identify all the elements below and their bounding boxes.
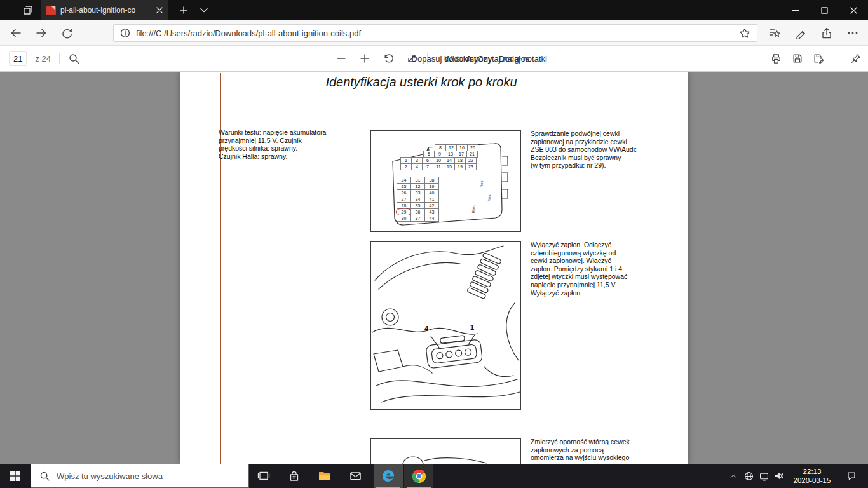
save-as-button[interactable] <box>813 53 824 64</box>
fuse-4: 4 <box>411 163 423 170</box>
fuse-37: 37 <box>410 215 425 222</box>
fuse-grid-bottom: 2431382532392633402734412835422936433037… <box>397 177 439 222</box>
taskbar-edge-button[interactable] <box>374 464 403 488</box>
pin-icon <box>850 53 862 64</box>
printer-icon <box>770 53 782 65</box>
fuse-row: 24711151923 <box>400 163 478 170</box>
save-button[interactable] <box>792 53 803 64</box>
new-tab-button[interactable] <box>173 0 194 20</box>
taskbar-chrome-button[interactable] <box>404 464 433 488</box>
forward-button[interactable] <box>29 20 53 46</box>
arrow-right-icon <box>35 27 48 39</box>
windows-logo-icon <box>10 471 20 481</box>
connector-pin-1-label: 1 <box>470 323 474 331</box>
tab-title: pl-all-about-ignition-co <box>60 6 152 15</box>
pdf-page: Identyfikacja usterki krok po kroku Waru… <box>180 72 688 464</box>
plus-icon <box>359 53 370 64</box>
connector-pin-4-label: 4 <box>424 325 428 332</box>
zoom-out-button[interactable] <box>333 50 349 67</box>
touch-device-icon <box>759 471 770 482</box>
test-conditions-note: Warunki testu: napięcie akumulatora przy… <box>219 128 339 160</box>
add-notes-toolbar-button[interactable]: Dodaj notatki <box>513 50 529 67</box>
figure-partial <box>370 438 521 464</box>
tab-preview-toggle[interactable] <box>194 0 214 20</box>
search-icon <box>39 471 50 482</box>
maximize-icon <box>821 7 828 14</box>
hub-button[interactable] <box>761 20 787 46</box>
maximize-button[interactable] <box>810 0 839 20</box>
hidden-icons-button[interactable] <box>726 464 741 488</box>
clock-date: 2020-03-15 <box>794 476 831 485</box>
print-button[interactable] <box>770 53 782 65</box>
divider <box>59 53 60 64</box>
site-info-icon[interactable] <box>120 28 130 38</box>
touch-device-tray-button[interactable] <box>756 464 771 488</box>
minimize-button[interactable] <box>780 0 810 20</box>
read-aloud-icon: A <box>466 53 473 64</box>
fuse-30: 30 <box>397 215 411 222</box>
hub-favorites-icon <box>768 27 781 39</box>
fuse-44: 44 <box>424 215 439 222</box>
address-bar[interactable]: file:///C:/Users/radzio/Downloads/pl-all… <box>113 24 757 42</box>
partial-drawing <box>371 439 521 464</box>
taskbar-search[interactable] <box>31 464 249 488</box>
save-as-icon <box>813 53 824 64</box>
rotate-button[interactable] <box>380 50 397 67</box>
pdf-toolbar: 21 z 24 Dopasuj do strony Widok strony <box>0 46 868 72</box>
pin-toolbar-button[interactable] <box>850 53 862 64</box>
page-title: Identyfikacja usterki krok po kroku <box>275 75 567 90</box>
pen-icon <box>794 27 807 39</box>
title-underline <box>207 93 684 93</box>
action-center-icon <box>846 470 857 482</box>
taskbar-explorer-button[interactable] <box>310 464 339 488</box>
mail-icon <box>349 470 362 482</box>
action-center-button[interactable] <box>839 464 864 488</box>
close-window-button[interactable] <box>839 0 868 20</box>
add-notes-button[interactable] <box>787 20 813 46</box>
task-view-icon <box>257 470 270 482</box>
taskbar-store-button[interactable] <box>280 464 309 488</box>
task-view-button[interactable] <box>249 464 278 488</box>
browser-navbar: file:///C:/Users/radzio/Downloads/pl-all… <box>0 20 868 46</box>
clock-time: 22:13 <box>803 467 822 476</box>
fuse-7: 7 <box>422 163 433 170</box>
arrow-left-icon <box>10 27 22 39</box>
speaker-icon <box>773 470 785 482</box>
fuse-row: 303744 <box>397 215 439 222</box>
favorite-star-icon[interactable] <box>739 27 750 39</box>
search-input[interactable] <box>57 471 240 481</box>
close-icon <box>850 7 857 14</box>
pdf-file-icon <box>46 6 56 15</box>
taskbar-mail-button[interactable] <box>341 464 370 488</box>
share-icon <box>820 27 833 39</box>
chevron-up-icon <box>729 471 738 480</box>
fuse-11: 11 <box>433 163 444 170</box>
browser-tab[interactable]: pl-all-about-ignition-co <box>41 0 168 20</box>
start-button[interactable] <box>0 464 31 488</box>
step-note-1: Sprawdzanie podwójnej cewki zapłonowej n… <box>531 130 675 170</box>
taskbar-clock[interactable]: 22:13 2020-03-15 <box>788 464 836 488</box>
save-icon <box>792 53 803 64</box>
share-button[interactable] <box>813 20 839 46</box>
network-tray-button[interactable] <box>741 464 756 488</box>
fuse-15: 15 <box>444 163 455 170</box>
minus-icon <box>336 53 347 64</box>
tab-close-button[interactable] <box>156 7 163 13</box>
zoom-in-button[interactable] <box>356 50 373 67</box>
window-controls <box>780 0 868 20</box>
pdf-view-controls: Dopasuj do strony Widok strony A Czytaj … <box>333 46 529 71</box>
back-button[interactable] <box>4 20 28 46</box>
page-number-input[interactable]: 21 <box>9 51 27 66</box>
pdf-search-button[interactable] <box>68 53 80 65</box>
volume-tray-button[interactable] <box>771 464 787 488</box>
figure-engine-connector: 4 1 <box>370 241 521 410</box>
set-tabs-aside-button[interactable] <box>17 0 39 20</box>
search-icon <box>68 53 80 65</box>
fuse-res-label: Res. <box>471 205 475 213</box>
chrome-icon <box>412 469 426 484</box>
fuse-19: 19 <box>454 163 466 170</box>
more-button[interactable] <box>839 20 865 46</box>
pdf-content-area[interactable]: Identyfikacja usterki krok po kroku Waru… <box>0 72 868 464</box>
refresh-button[interactable] <box>55 20 79 46</box>
pdf-page-controls: 21 z 24 <box>9 46 80 71</box>
